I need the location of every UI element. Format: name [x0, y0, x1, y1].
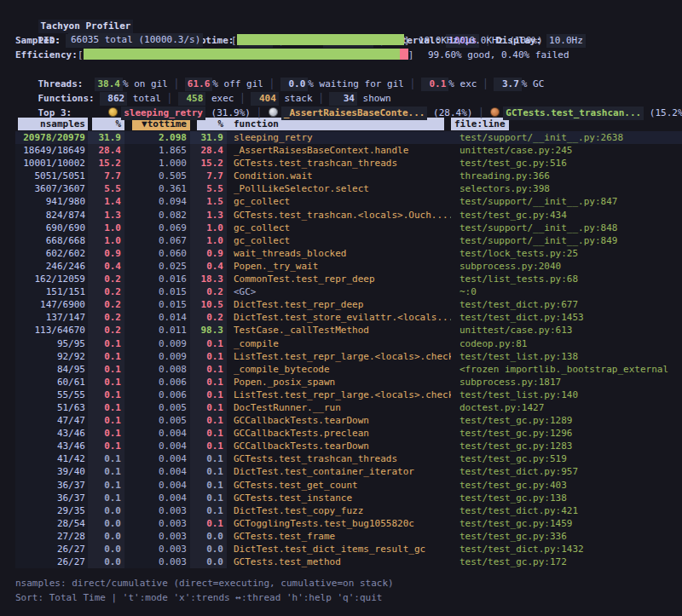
file-line-cell: threading.py:366	[451, 170, 682, 182]
table-row[interactable]: 147/6900 0.2 0.015 10.5 DictTest.test_re…	[15, 298, 682, 311]
file-line-cell: test/test_dict.py:957	[451, 465, 682, 478]
nsamples-cell: 47/47	[15, 414, 88, 427]
nsamples-cell: 18649/18649	[15, 144, 88, 157]
tottime-cell: 0.025	[124, 260, 190, 273]
file-line-cell: test/test_gc.py:172	[451, 556, 682, 568]
table-row[interactable]: 95/95 0.1 0.009 0.1 _compile codeop.py:8…	[15, 337, 682, 350]
table-row[interactable]: 84/95 0.1 0.008 0.1 _compile_bytecode <f…	[15, 363, 682, 376]
function-cell: TestCase._callTestMethod	[227, 324, 451, 337]
nsamples-cell: 246/246	[15, 260, 88, 273]
table-row[interactable]: 3607/3607 5.5 0.361 5.5 _PollLikeSelecto…	[15, 182, 682, 195]
table-row[interactable]: 43/46 0.1 0.004 0.1 GCCallbackTests.prec…	[15, 427, 682, 440]
function-cell: gc_collect	[227, 195, 451, 208]
table-row[interactable]: 26/27 0.0 0.003 0.0 GCTests.test_method …	[15, 556, 682, 568]
file-line-cell: subprocess.py:2040	[451, 260, 682, 273]
table-row[interactable]: 10001/10002 15.2 1.000 15.2 GCTests.test…	[15, 157, 682, 170]
table-body: 20978/20979 31.9 2.098 31.9 sleeping_ret…	[15, 131, 682, 568]
direct-percent-cell: 0.2	[88, 285, 124, 298]
file-line-cell: test/test_gc.py:1283	[451, 440, 682, 452]
table-row[interactable]: 5051/5051 7.7 0.505 7.7 Condition.wait t…	[15, 170, 682, 182]
table-row[interactable]: 602/602 0.9 0.060 0.9 wait_threads_block…	[15, 247, 682, 260]
cumulative-percent-cell: 28.4	[190, 144, 227, 157]
file-line-cell: test/test_dict.py:1432	[451, 543, 682, 556]
tottime-cell: 0.016	[124, 273, 190, 285]
table-row[interactable]: 26/27 0.0 0.003 0.0 DictTest.test_dict_i…	[15, 543, 682, 556]
table-row[interactable]: 690/690 1.0 0.069 1.0 gc_collect test/su…	[15, 222, 682, 234]
table-row[interactable]: 41/42 0.1 0.004 0.1 GCTests.test_trashca…	[15, 452, 682, 465]
table-row[interactable]: 18649/18649 28.4 1.865 28.4 _AssertRaise…	[15, 144, 682, 157]
cumulative-percent-cell: 0.2	[190, 311, 227, 324]
nsamples-cell: 95/95	[15, 337, 88, 350]
tottime-cell: 0.505	[124, 170, 190, 182]
file-line-cell: test/lock_tests.py:25	[451, 247, 682, 260]
top3-line: Top 3:sleeping_retry (31.9%) │ _AssertRa…	[15, 91, 682, 106]
gold-medal-icon	[108, 107, 118, 117]
top3-third-pct: (15.2%)	[644, 107, 682, 118]
footer-keybindings: Sort: Total Time | 't':mode 'x':trends ↔…	[15, 590, 682, 605]
file-line-cell: test/support/__init__.py:849	[451, 234, 682, 247]
file-line-cell: test/test_list.py:140	[451, 389, 682, 401]
separator: │	[472, 107, 489, 118]
cumulative-percent-cell: 1.0	[190, 234, 227, 247]
table-row[interactable]: 60/61 0.1 0.006 0.1 Popen._posix_spawn s…	[15, 376, 682, 389]
cumulative-percent-cell: 0.1	[190, 479, 227, 492]
table-row[interactable]: 92/92 0.1 0.009 0.1 ListTest.test_repr_l…	[15, 350, 682, 363]
direct-percent-cell: 15.2	[88, 157, 124, 170]
file-line-cell: test/test_gc.py:403	[451, 479, 682, 492]
table-row[interactable]: 137/147 0.2 0.014 0.2 DictTest.test_stor…	[15, 311, 682, 324]
efficiency-line: Efficiency: [] 99.60% good, 0.40% failed	[15, 48, 682, 62]
function-cell: GCTogglingTests.test_bug1055820c	[227, 517, 451, 530]
table-row[interactable]: 27/28 0.0 0.003 0.0 GCTests.test_frame t…	[15, 530, 682, 543]
efficiency-summary: 99.60% good, 0.40% failed	[428, 48, 569, 62]
table-row[interactable]: 29/35 0.0 0.003 0.1 DictTest.test_copy_f…	[15, 504, 682, 517]
status-line: PID:53499 │ Thread:ALL │ Uptime:0m06s │ …	[15, 19, 682, 33]
tottime-cell: 0.067	[124, 234, 190, 247]
table-row[interactable]: 113/64670 0.2 0.011 98.3 TestCase._callT…	[15, 324, 682, 337]
profile-table: nsamples % ▼tottime % function file:line…	[15, 118, 682, 568]
function-cell: GCTests.test_instance	[227, 492, 451, 504]
tottime-cell: 0.003	[124, 504, 190, 517]
cumulative-percent-cell: 31.9	[190, 131, 227, 144]
cumulative-percent-cell: 0.1	[190, 504, 227, 517]
tottime-cell: 1.865	[124, 144, 190, 157]
table-row[interactable]: 151/151 0.2 0.015 0.2 <GC> ~:0	[15, 285, 682, 298]
direct-percent-cell: 0.1	[88, 479, 124, 492]
table-row[interactable]: 47/47 0.1 0.005 0.1 GCCallbackTests.tear…	[15, 414, 682, 427]
file-line-cell: test/test_dict.py:1453	[451, 311, 682, 324]
file-line-cell: subprocess.py:1817	[451, 376, 682, 389]
nsamples-cell: 690/690	[15, 222, 88, 234]
table-row[interactable]: 36/37 0.1 0.004 0.1 GCTests.test_instanc…	[15, 492, 682, 504]
file-line-cell: unittest/case.py:613	[451, 324, 682, 337]
cumulative-percent-cell: 15.2	[190, 157, 227, 170]
direct-percent-cell: 0.1	[88, 350, 124, 363]
table-row[interactable]: 246/246 0.4 0.025 0.4 Popen._try_wait su…	[15, 260, 682, 273]
table-row[interactable]: 55/55 0.1 0.006 0.1 ListTest.test_repr_l…	[15, 389, 682, 401]
table-row[interactable]: 20978/20979 31.9 2.098 31.9 sleeping_ret…	[15, 131, 682, 144]
tottime-cell: 0.082	[124, 209, 190, 222]
direct-percent-cell: 0.1	[88, 427, 124, 440]
file-line-cell: test/list_tests.py:68	[451, 273, 682, 285]
table-row[interactable]: 28/54 0.0 0.003 0.1 GCTogglingTests.test…	[15, 517, 682, 530]
direct-percent-cell: 0.4	[88, 260, 124, 273]
nsamples-cell: 92/92	[15, 350, 88, 363]
table-row[interactable]: 824/874 1.3 0.082 1.3 GCTests.test_trash…	[15, 209, 682, 222]
bar-close-bracket: ]	[404, 35, 410, 46]
table-row[interactable]: 36/37 0.1 0.004 0.1 GCTests.test_get_cou…	[15, 479, 682, 492]
cumulative-percent-cell: 0.9	[190, 247, 227, 260]
table-row[interactable]: 39/40 0.1 0.004 0.1 DictTest.test_contai…	[15, 465, 682, 478]
tottime-cell: 2.098	[124, 131, 190, 144]
direct-percent-cell: 1.0	[88, 222, 124, 234]
table-row[interactable]: 941/980 1.4 0.094 1.5 gc_collect test/su…	[15, 195, 682, 208]
function-cell: GCTests.test_trashcan_threads	[227, 452, 451, 465]
nsamples-cell: 60/61	[15, 376, 88, 389]
file-line-cell: test/support/__init__.py:848	[451, 222, 682, 234]
nsamples-cell: 668/668	[15, 234, 88, 247]
table-row[interactable]: 668/668 1.0 0.067 1.0 gc_collect test/su…	[15, 234, 682, 247]
table-row[interactable]: 51/63 0.1 0.005 0.1 DocTestRunner.__run …	[15, 401, 682, 414]
table-row[interactable]: 43/46 0.1 0.004 0.1 GCCallbackTests.tear…	[15, 440, 682, 452]
tottime-cell: 0.003	[124, 543, 190, 556]
table-row[interactable]: 162/12059 0.2 0.016 18.3 CommonTest.test…	[15, 273, 682, 285]
tottime-cell: 0.069	[124, 222, 190, 234]
efficiency-bar-good	[84, 49, 400, 60]
nsamples-cell: 36/37	[15, 492, 88, 504]
